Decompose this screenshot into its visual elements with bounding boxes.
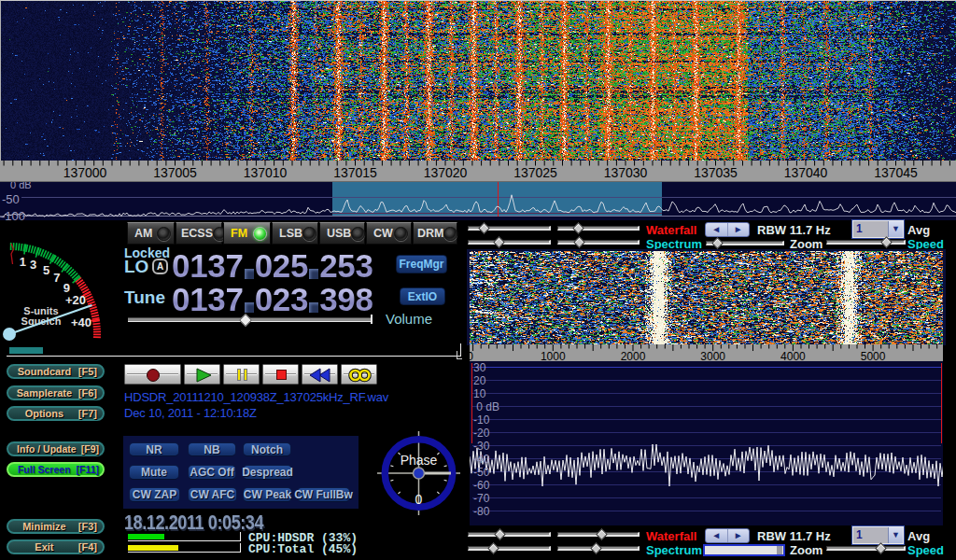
svg-text:137045: 137045: [874, 165, 918, 180]
svg-text:0: 0: [415, 492, 423, 507]
svg-text:137025: 137025: [513, 165, 557, 180]
svg-text:137010: 137010: [244, 165, 288, 180]
svg-text:3: 3: [30, 258, 36, 272]
svg-text:Phase: Phase: [401, 453, 438, 468]
svg-text:2000: 2000: [621, 350, 646, 362]
svg-text:137000: 137000: [63, 165, 107, 180]
svg-text:7: 7: [53, 271, 60, 285]
svg-text:137030: 137030: [604, 165, 648, 180]
svg-text:1000: 1000: [541, 350, 566, 362]
svg-text:137020: 137020: [424, 165, 468, 180]
svg-text:4000: 4000: [780, 350, 806, 362]
svg-text:137035: 137035: [694, 165, 738, 180]
svg-text:137040: 137040: [784, 165, 828, 180]
svg-text:+40: +40: [71, 315, 91, 329]
svg-text:3000: 3000: [700, 350, 725, 362]
svg-text:137005: 137005: [153, 165, 197, 180]
svg-text:1: 1: [20, 255, 26, 269]
svg-text:5000: 5000: [861, 350, 886, 362]
svg-text:+20: +20: [65, 293, 86, 307]
svg-text:0: 0: [470, 350, 473, 362]
svg-text:137015: 137015: [333, 165, 377, 180]
svg-text:5: 5: [43, 263, 49, 277]
